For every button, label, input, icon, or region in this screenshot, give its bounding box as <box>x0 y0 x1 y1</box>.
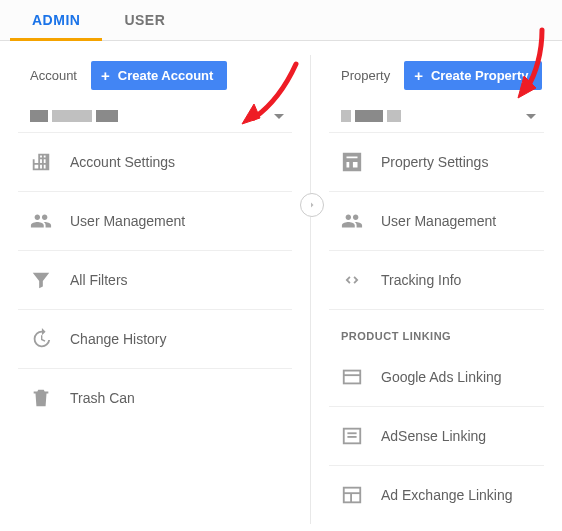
account-menu: Account Settings User Management All Fil… <box>18 132 292 427</box>
account-trash-item[interactable]: Trash Can <box>18 368 292 427</box>
menu-label: Tracking Info <box>381 271 532 289</box>
adsense-linking-item[interactable]: AdSense Linking <box>329 406 544 465</box>
create-account-button[interactable]: + Create Account <box>91 61 227 90</box>
list-icon <box>341 425 363 447</box>
account-selector[interactable] <box>18 100 292 132</box>
property-name-redacted <box>341 110 401 122</box>
product-linking-header: PRODUCT LINKING <box>329 309 544 348</box>
people-icon <box>341 210 363 232</box>
chevron-down-icon <box>274 114 284 119</box>
account-history-item[interactable]: Change History <box>18 309 292 368</box>
tracking-info-item[interactable]: Tracking Info <box>329 250 544 309</box>
menu-label: Ad Exchange Linking <box>381 486 532 504</box>
transfer-arrow-icon[interactable] <box>300 193 324 217</box>
building-icon <box>30 151 52 173</box>
account-column: Account + Create Account Account Setting… <box>0 55 310 427</box>
code-icon <box>341 269 363 291</box>
history-icon <box>30 328 52 350</box>
admin-tabs: ADMIN USER <box>0 0 562 41</box>
menu-label: Trash Can <box>70 389 280 407</box>
product-linking-menu: Google Ads Linking AdSense Linking Ad Ex… <box>329 348 544 524</box>
google-ads-linking-item[interactable]: Google Ads Linking <box>329 348 544 406</box>
layout-icon <box>341 151 363 173</box>
account-name-redacted <box>30 110 118 122</box>
menu-label: Account Settings <box>70 153 280 171</box>
tab-user[interactable]: USER <box>102 0 187 40</box>
account-user-mgmt-item[interactable]: User Management <box>18 191 292 250</box>
property-selector[interactable] <box>329 100 544 132</box>
menu-label: Property Settings <box>381 153 532 171</box>
svg-rect-0 <box>344 371 361 384</box>
property-column: Property + Create Property Property Sett… <box>310 55 562 524</box>
account-filters-item[interactable]: All Filters <box>18 250 292 309</box>
menu-label: AdSense Linking <box>381 427 532 445</box>
property-menu: Property Settings User Management Tracki… <box>329 132 544 309</box>
property-label: Property <box>341 68 390 83</box>
menu-label: User Management <box>381 212 532 230</box>
account-settings-item[interactable]: Account Settings <box>18 132 292 191</box>
property-user-mgmt-item[interactable]: User Management <box>329 191 544 250</box>
trash-icon <box>30 387 52 409</box>
create-property-button[interactable]: + Create Property <box>404 61 542 90</box>
tab-admin[interactable]: ADMIN <box>10 0 102 40</box>
panel-icon <box>341 366 363 388</box>
create-property-label: Create Property <box>431 68 529 83</box>
ad-exchange-linking-item[interactable]: Ad Exchange Linking <box>329 465 544 524</box>
funnel-icon <box>30 269 52 291</box>
people-icon <box>30 210 52 232</box>
plus-icon: + <box>101 68 110 83</box>
menu-label: All Filters <box>70 271 280 289</box>
menu-label: User Management <box>70 212 280 230</box>
menu-label: Change History <box>70 330 280 348</box>
plus-icon: + <box>414 68 423 83</box>
grid-icon <box>341 484 363 506</box>
menu-label: Google Ads Linking <box>381 368 532 386</box>
property-settings-item[interactable]: Property Settings <box>329 132 544 191</box>
chevron-down-icon <box>526 114 536 119</box>
account-label: Account <box>30 68 77 83</box>
create-account-label: Create Account <box>118 68 214 83</box>
